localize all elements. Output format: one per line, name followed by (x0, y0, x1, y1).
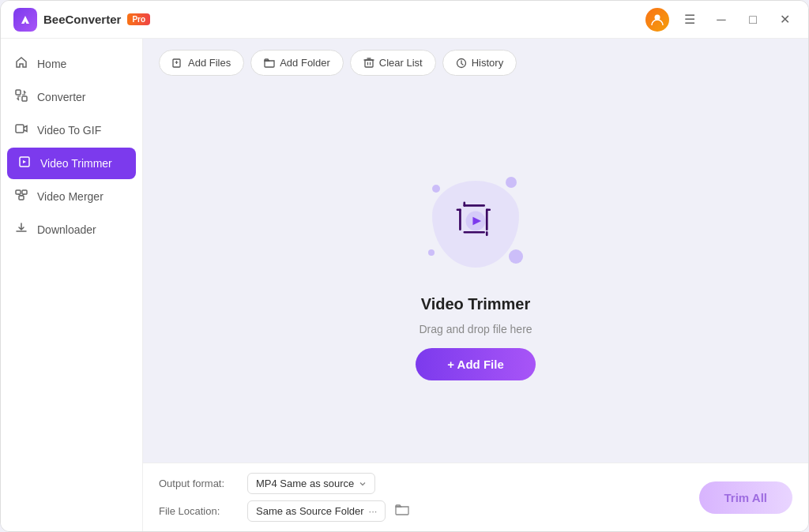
drop-illustration (420, 169, 531, 279)
user-avatar[interactable] (645, 8, 669, 32)
close-button[interactable]: ✕ (773, 9, 796, 31)
output-format-row: Output format: MP4 Same as source (159, 473, 409, 494)
footer-settings: Output format: MP4 Same as source File L… (159, 473, 409, 522)
sidebar-item-home-label: Home (37, 58, 66, 70)
output-format-value: MP4 Same as source (256, 478, 354, 489)
file-location-value: Same as Source Folder (256, 505, 364, 517)
drop-title: Video Trimmer (421, 295, 531, 313)
more-options-button[interactable]: ··· (369, 505, 378, 517)
minimize-button[interactable]: ─ (710, 9, 732, 31)
menu-button[interactable]: ☰ (679, 9, 701, 31)
app-icon (13, 8, 37, 32)
sidebar: Home Converter Video To GIF (1, 39, 143, 531)
titlebar-right: ☰ ─ □ ✕ (645, 8, 796, 32)
output-format-label: Output format: (159, 478, 238, 489)
pro-badge: Pro (127, 13, 150, 25)
video-merger-icon (13, 189, 29, 204)
clear-list-button[interactable]: Clear List (350, 50, 436, 76)
converter-icon (13, 89, 29, 105)
sidebar-item-converter-label: Converter (37, 91, 85, 103)
file-location-label: File Location: (159, 505, 238, 517)
svg-rect-2 (22, 96, 27, 101)
history-icon (456, 58, 467, 69)
add-files-button[interactable]: Add Files (159, 50, 244, 76)
titlebar-left: BeeConverter Pro (13, 8, 150, 32)
sidebar-item-video-to-gif-label: Video To GIF (37, 124, 101, 137)
dot-1 (432, 185, 440, 193)
svg-rect-5 (16, 190, 21, 194)
video-trimmer-icon (17, 155, 32, 171)
history-button[interactable]: History (442, 50, 517, 76)
output-format-select[interactable]: MP4 Same as source (247, 473, 375, 494)
folder-open-icon (395, 504, 409, 516)
sidebar-item-converter[interactable]: Converter (1, 81, 142, 113)
trim-illustration-icon (450, 196, 501, 253)
sidebar-item-downloader[interactable]: Downloader (1, 214, 142, 245)
clear-list-icon (363, 58, 374, 69)
sidebar-item-video-merger-label: Video Merger (37, 190, 103, 203)
sidebar-item-video-trimmer-label: Video Trimmer (40, 157, 112, 170)
dot-3 (428, 249, 435, 256)
sidebar-item-downloader-label: Downloader (37, 223, 96, 236)
add-files-icon (172, 58, 183, 69)
sidebar-item-home[interactable]: Home (1, 48, 142, 80)
svg-rect-3 (16, 125, 24, 133)
file-location-value-box: Same as Source Folder ··· (247, 500, 386, 522)
add-folder-button[interactable]: Add Folder (250, 50, 344, 76)
svg-rect-9 (365, 60, 373, 67)
titlebar: BeeConverter Pro ☰ ─ □ ✕ (1, 1, 808, 39)
footer: Output format: MP4 Same as source File L… (143, 463, 808, 531)
app-name: BeeConverter (43, 13, 121, 26)
file-location-row: File Location: Same as Source Folder ··· (159, 500, 409, 522)
home-icon (13, 56, 29, 72)
svg-rect-6 (22, 190, 27, 194)
trim-all-button[interactable]: Trim All (699, 481, 792, 514)
drop-subtitle: Drag and drop file here (419, 323, 532, 335)
add-folder-icon (264, 58, 275, 69)
content-area: Add Files Add Folder Clear List (143, 39, 808, 531)
drop-area: Video Trimmer Drag and drop file here + … (143, 87, 808, 463)
dot-4 (509, 249, 523, 264)
main-layout: Home Converter Video To GIF (1, 39, 808, 531)
sidebar-item-video-to-gif[interactable]: Video To GIF (1, 114, 142, 146)
toolbar: Add Files Add Folder Clear List (143, 39, 808, 87)
chevron-down-icon (359, 480, 367, 488)
maximize-button[interactable]: □ (742, 9, 764, 31)
sidebar-item-video-trimmer[interactable]: Video Trimmer (7, 148, 136, 179)
sidebar-item-video-merger[interactable]: Video Merger (1, 181, 142, 212)
add-file-button[interactable]: + Add File (416, 348, 536, 380)
downloader-icon (13, 222, 29, 238)
svg-rect-1 (16, 90, 21, 95)
svg-rect-7 (19, 196, 24, 200)
browse-folder-button[interactable] (395, 504, 409, 519)
video-to-gif-icon (13, 122, 29, 138)
dot-2 (506, 177, 517, 188)
